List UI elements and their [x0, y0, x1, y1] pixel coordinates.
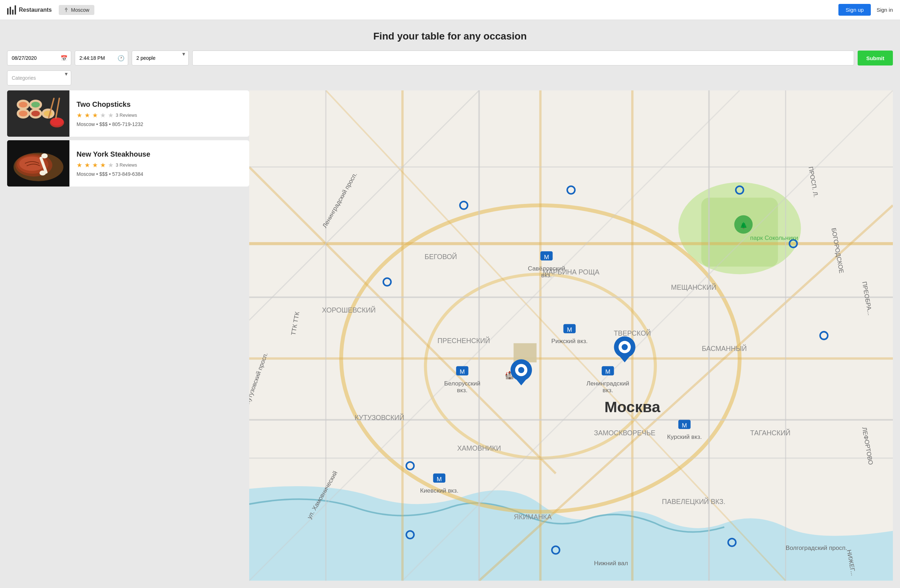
time-wrapper: 🕐 — [75, 51, 128, 65]
star-1-1: ★ — [76, 112, 82, 119]
location-icon — [64, 8, 69, 12]
restaurant-image-1 — [7, 90, 70, 137]
star-2-1: ★ — [76, 161, 82, 169]
svg-point-22 — [40, 171, 46, 175]
svg-text:М: М — [605, 368, 610, 375]
star-1-4: ★ — [100, 112, 106, 119]
svg-point-100 — [518, 367, 524, 373]
header: Restaurants Moscow Sign up Sign in — [0, 0, 900, 20]
steak-illustration — [7, 140, 70, 186]
date-input[interactable] — [7, 51, 71, 65]
svg-text:Белорусский: Белорусский — [444, 380, 480, 387]
svg-text:Москва: Москва — [605, 398, 661, 415]
restaurant-name-1: Two Chopsticks — [76, 100, 242, 109]
restaurant-name-2: New York Steakhouse — [76, 150, 242, 158]
reviews-count-2: 3 Reviews — [116, 162, 137, 168]
svg-text:М: М — [459, 368, 465, 375]
svg-text:Нижний вал: Нижний вал — [594, 560, 628, 567]
star-1-2: ★ — [84, 112, 90, 119]
svg-text:М: М — [567, 326, 572, 333]
svg-point-104 — [622, 344, 628, 350]
star-1-3: ★ — [92, 112, 98, 119]
svg-text:Савёловский: Савёловский — [528, 265, 565, 272]
svg-text:парк Сокольники: парк Сокольники — [750, 234, 798, 241]
map-svg: 🏰 ХОРОШЕВСКИЙ БЕГОВОЙ МАРЬИНА РОЩА МЕЩАН… — [249, 90, 893, 581]
page-title: Find your table for any occasion — [7, 31, 893, 42]
svg-text:вкз.: вкз. — [541, 272, 552, 279]
reviews-count-1: 3 Reviews — [116, 112, 137, 118]
restaurant-card-1[interactable]: Two Chopsticks ★ ★ ★ ★ ★ 3 Reviews Mosco… — [7, 90, 249, 137]
svg-text:Курский вкз.: Курский вкз. — [667, 433, 702, 440]
svg-text:вкз.: вкз. — [457, 386, 468, 394]
search-bar: 📅 🕐 1 person 2 people 3 people 4 people … — [7, 51, 893, 65]
signin-button[interactable]: Sign in — [877, 7, 893, 13]
restaurant-list: Two Chopsticks ★ ★ ★ ★ ★ 3 Reviews Mosco… — [7, 90, 249, 581]
restaurant-meta-2: Moscow • $$$ • 573-849-6384 — [76, 171, 242, 177]
people-select[interactable]: 1 person 2 people 3 people 4 people 5 pe… — [132, 51, 189, 65]
svg-text:Киевский вкз.: Киевский вкз. — [420, 487, 459, 494]
categories-wrapper: Categories Italian Japanese American Chi… — [7, 70, 71, 85]
restaurant-info-1: Two Chopsticks ★ ★ ★ ★ ★ 3 Reviews Mosco… — [70, 95, 249, 133]
svg-text:ТАГАНСКИЙ: ТАГАНСКИЙ — [750, 428, 790, 437]
svg-point-12 — [51, 118, 64, 126]
svg-point-8 — [19, 102, 27, 107]
svg-text:ТВЕРСКОЙ: ТВЕРСКОЙ — [614, 329, 651, 337]
location-text: Moscow — [71, 7, 89, 13]
restaurant-image-2 — [7, 140, 70, 186]
logo-icon — [7, 5, 16, 15]
svg-text:вкз.: вкз. — [603, 386, 613, 394]
stars-row-1: ★ ★ ★ ★ ★ 3 Reviews — [76, 112, 242, 119]
svg-text:ЗАМОСКВОРЕЧЬЕ: ЗАМОСКВОРЕЧЬЕ — [594, 429, 655, 437]
date-wrapper: 📅 — [7, 51, 71, 65]
svg-text:БЕГОВОЙ: БЕГОВОЙ — [424, 252, 457, 261]
svg-text:КУТУЗОВСКИЙ: КУТУЗОВСКИЙ — [355, 413, 404, 421]
star-2-3: ★ — [92, 161, 98, 169]
star-2-4: ★ — [100, 161, 106, 169]
map-container: 🏰 ХОРОШЕВСКИЙ БЕГОВОЙ МАРЬИНА РОЩА МЕЩАН… — [249, 90, 893, 581]
svg-point-21 — [41, 154, 48, 158]
stars-row-2: ★ ★ ★ ★ ★ 3 Reviews — [76, 161, 242, 169]
logo-text: Restaurants — [19, 7, 52, 13]
content-area: Two Chopsticks ★ ★ ★ ★ ★ 3 Reviews Mosco… — [7, 90, 893, 581]
star-1-5: ★ — [108, 112, 113, 119]
svg-text:БАСМАННЫЙ: БАСМАННЫЙ — [702, 344, 747, 352]
svg-text:ПРЕСНЕНСКИЙ: ПРЕСНЕНСКИЙ — [438, 337, 490, 344]
submit-button[interactable]: Submit — [858, 51, 893, 65]
people-wrapper: 1 person 2 people 3 people 4 people 5 pe… — [132, 51, 189, 65]
star-2-5: ★ — [108, 161, 113, 169]
restaurant-meta-1: Moscow • $$$ • 805-719-1232 — [76, 121, 242, 127]
restaurant-card-2[interactable]: New York Steakhouse ★ ★ ★ ★ ★ 3 Reviews … — [7, 140, 249, 186]
svg-text:ХАМОВНИКИ: ХАМОВНИКИ — [457, 444, 501, 452]
svg-text:Волгоградский просп.: Волгоградский просп. — [786, 544, 847, 551]
svg-text:ПАВЕЛЕЦКИЙ ВКЗ.: ПАВЕЛЕЦКИЙ ВКЗ. — [662, 497, 725, 506]
restaurant-search-input[interactable] — [192, 51, 854, 65]
location-button[interactable]: Moscow — [59, 5, 94, 15]
svg-text:М: М — [437, 476, 442, 483]
categories-select[interactable]: Categories Italian Japanese American Chi… — [7, 70, 71, 85]
svg-text:М: М — [682, 422, 687, 429]
svg-text:Ленинградский: Ленинградский — [587, 380, 629, 387]
main-content: Find your table for any occasion 📅 🕐 1 p… — [0, 20, 900, 588]
svg-text:М: М — [544, 253, 549, 261]
svg-text:ХОРОШЕВСКИЙ: ХОРОШЕВСКИЙ — [322, 306, 376, 314]
sushi-illustration — [7, 90, 70, 137]
svg-point-4 — [31, 111, 40, 116]
svg-text:🌲: 🌲 — [740, 222, 748, 229]
svg-text:ЯКИМАНКА: ЯКИМАНКА — [514, 513, 551, 521]
restaurant-info-2: New York Steakhouse ★ ★ ★ ★ ★ 3 Reviews … — [70, 144, 249, 183]
logo[interactable]: Restaurants — [7, 5, 52, 15]
star-2-2: ★ — [84, 161, 90, 169]
svg-point-10 — [31, 102, 40, 107]
svg-rect-47 — [514, 343, 537, 362]
svg-text:Рижский вкз.: Рижский вкз. — [551, 337, 588, 344]
svg-text:МЕЩАНСКИЙ: МЕЩАНСКИЙ — [671, 283, 716, 291]
svg-point-2 — [19, 111, 27, 116]
time-input[interactable] — [75, 51, 128, 65]
signup-button[interactable]: Sign up — [838, 4, 871, 16]
